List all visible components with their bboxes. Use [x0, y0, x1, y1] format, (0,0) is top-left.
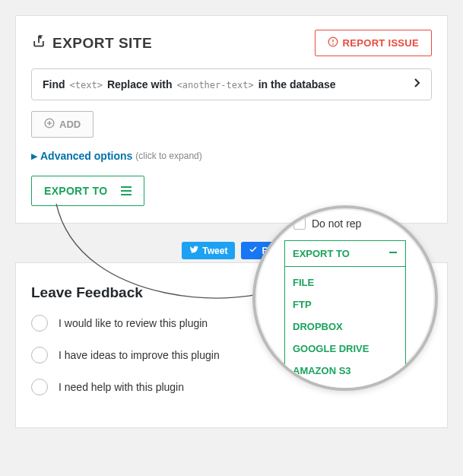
feedback-option-label: I need help with this plugin: [59, 381, 184, 393]
tweet-label: Tweet: [202, 246, 227, 256]
share-icon: [31, 33, 46, 52]
svg-point-2: [332, 44, 333, 45]
twitter-icon: [189, 245, 198, 256]
export-to-label: EXPORT TO: [44, 185, 107, 197]
submenu-item-file[interactable]: FILE: [285, 271, 405, 294]
replace-label: Replace with: [107, 78, 173, 90]
find-replace-text: Find <text> Replace with <another-text> …: [43, 78, 336, 90]
export-to-submenu: EXPORT TO FILE FTP DROPBOX GOOGLE DRIVE …: [284, 240, 406, 391]
minus-icon: [388, 248, 398, 259]
add-button[interactable]: ADD: [31, 111, 94, 138]
plus-circle-icon: [44, 118, 55, 131]
export-site-panel: EXPORT SITE REPORT ISSUE Find <text> Rep…: [15, 15, 448, 224]
submenu-item-amazon-s3[interactable]: AMAZON S3: [285, 360, 405, 382]
find-replace-suffix: in the database: [258, 78, 336, 90]
add-button-label: ADD: [59, 119, 81, 130]
chevron-right-icon: [413, 78, 420, 91]
report-issue-button[interactable]: REPORT ISSUE: [315, 30, 432, 56]
check-icon: [249, 245, 258, 256]
caret-right-icon: ▶: [31, 151, 37, 161]
submenu-item-dropbox[interactable]: DROPBOX: [285, 316, 405, 338]
export-to-submenu-title: EXPORT TO: [293, 248, 350, 259]
submenu-item-google-drive[interactable]: GOOGLE DRIVE: [285, 338, 405, 360]
magnifier-overlay: Do not rep EXPORT TO FILE FTP DROPBOX GO…: [252, 205, 438, 391]
feedback-option-label: I would like to review this plugin: [59, 317, 208, 329]
panel-title: EXPORT SITE: [31, 33, 152, 52]
export-to-button[interactable]: EXPORT TO: [31, 176, 144, 206]
tweet-button[interactable]: Tweet: [182, 242, 235, 259]
advanced-options-label: Advanced options: [40, 150, 132, 162]
report-issue-label: REPORT ISSUE: [343, 37, 419, 49]
advanced-options-hint: (click to expand): [135, 151, 201, 161]
radio-icon: [31, 379, 48, 395]
submenu-item-ftp[interactable]: FTP: [285, 294, 405, 316]
export-to-submenu-items: FILE FTP DROPBOX GOOGLE DRIVE AMAZON S3 …: [285, 267, 405, 391]
menu-icon: [121, 186, 132, 195]
export-to-submenu-header[interactable]: EXPORT TO: [285, 241, 405, 267]
radio-icon: [31, 347, 48, 363]
advanced-options-toggle[interactable]: ▶ Advanced options (click to expand): [31, 150, 432, 162]
alert-icon: [328, 36, 338, 49]
radio-icon: [31, 315, 48, 332]
panel-header: EXPORT SITE REPORT ISSUE: [31, 30, 432, 56]
find-label: Find: [43, 78, 65, 90]
feedback-option-label: I have ideas to improve this plugin: [59, 349, 220, 361]
find-placeholder: <text>: [70, 80, 103, 90]
find-replace-row[interactable]: Find <text> Replace with <another-text> …: [31, 68, 432, 100]
do-not-replace-label: Do not rep: [312, 217, 361, 230]
checkbox-icon: [293, 217, 306, 230]
panel-title-text: EXPORT SITE: [52, 35, 152, 52]
replace-placeholder: <another-text>: [177, 80, 254, 90]
